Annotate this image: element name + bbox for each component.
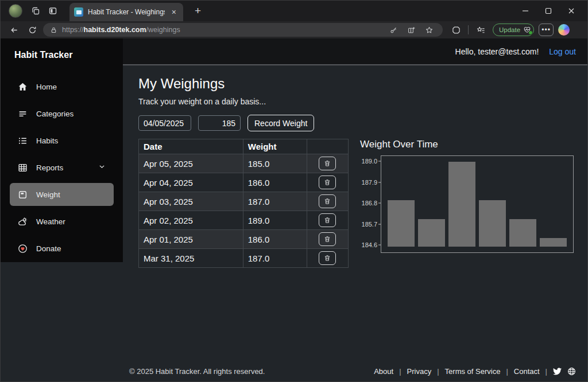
new-tab-button[interactable]: + [191,5,204,17]
maximize-button[interactable] [537,1,560,21]
cell-weight: 187.0 [243,249,307,268]
password-key-icon[interactable] [387,26,400,34]
copilot-icon[interactable] [558,24,570,36]
trash-icon [324,198,331,205]
table-row: Apr 03, 2025 187.0 [139,192,349,211]
cell-date: Apr 01, 2025 [139,230,243,249]
sidebar-item-label: Home [36,83,57,91]
y-tick-label: 186.8 [362,200,378,206]
y-tick-label: 185.7 [362,221,378,228]
cell-weight: 187.0 [243,192,307,211]
date-input[interactable]: 04/05/2025 [138,115,191,131]
delete-weighing-button[interactable] [319,194,336,208]
user-greeting: Hello, tester@test.com! [455,47,539,56]
weight-scale-icon [18,190,28,200]
sidebar-item-weight[interactable]: Weight [10,183,114,206]
table-row: Mar 31, 2025 187.0 [139,249,349,268]
main-content: My Weighings Track your weight on a dail… [123,67,588,268]
delete-weighing-button[interactable] [319,213,336,227]
sidebar-item-donate[interactable]: Donate [10,237,114,260]
page-subtitle: Track your weight on a daily basis... [138,97,575,106]
tab-layout-icon[interactable] [44,3,61,19]
trash-icon [324,179,331,186]
home-icon [18,82,28,92]
header-weight: Weight [243,139,307,154]
settings-more-icon[interactable]: ••• [539,24,554,36]
sidebar: Habit Tracker Home Categories Habits [1,38,123,262]
sidebar-item-habits[interactable]: Habits [10,129,114,152]
y-tick-label: 184.6 [362,241,378,248]
browser-tab[interactable]: Habit Tracker - Weighings × [69,3,183,21]
delete-weighing-button[interactable] [319,232,336,246]
chart-yaxis: 189.0187.9186.8185.7184.6 [360,155,381,253]
footer-separator: | [546,367,547,376]
workspaces-icon[interactable] [27,3,44,19]
header-date: Date [139,139,243,154]
sidebar-item-weather[interactable]: Weather [10,210,114,233]
page-body: Hello, tester@test.com! Log out Habit Tr… [1,38,588,382]
minimize-button[interactable] [514,1,537,21]
chart-bar [418,219,445,247]
page-title: My Weighings [138,76,575,92]
globe-icon[interactable] [567,367,576,376]
weight-input[interactable] [198,115,241,131]
url-text[interactable]: https://habits.d20tek.com/weighings [62,26,382,34]
back-icon[interactable] [6,23,21,37]
delete-weighing-button[interactable] [319,157,336,170]
split-screen-icon[interactable] [405,26,418,34]
cell-weight: 189.0 [243,211,307,230]
toolbar-right-cluster: Update ••• [448,23,570,37]
sidebar-item-reports[interactable]: Reports [10,156,114,179]
cell-date: Apr 04, 2025 [139,173,243,192]
chart-bar [388,200,415,247]
footer-link-contact[interactable]: Contact [514,367,540,376]
weighings-table: Date Weight Apr 05, 2025 185.0 Apr 04, 2 [138,139,349,268]
weight-chart: Weight Over Time 189.0187.9186.8185.7184… [360,139,575,253]
address-bar[interactable]: https://habits.d20tek.com/weighings [43,23,443,37]
header-actions [307,139,348,154]
table-row: Apr 04, 2025 186.0 [139,173,349,192]
categories-icon [18,109,28,119]
sidebar-item-label: Categories [36,110,74,118]
favorite-star-icon[interactable] [423,26,436,34]
sidebar-item-categories[interactable]: Categories [10,102,114,125]
footer-link-about[interactable]: About [374,367,393,376]
lock-icon [50,26,57,34]
refresh-icon[interactable] [25,23,40,37]
cell-date: Apr 02, 2025 [139,211,243,230]
profile-avatar[interactable] [9,4,22,18]
chart-plot [381,155,574,253]
footer-separator: | [399,367,401,376]
record-weight-button[interactable]: Record Weight [247,115,314,131]
close-window-button[interactable] [560,1,583,21]
sidebar-item-label: Reports [36,163,63,172]
favorites-bar-icon[interactable] [473,23,488,37]
chart-bar [448,162,475,247]
sidebar-item-label: Donate [36,244,61,253]
table-row: Apr 02, 2025 189.0 [139,211,349,230]
browser-essentials-icon[interactable] [448,23,463,37]
cell-weight: 186.0 [243,173,307,192]
logout-link[interactable]: Log out [549,47,576,56]
app-brand: Habit Tracker [10,48,114,60]
footer-separator: | [437,367,439,376]
sidebar-item-home[interactable]: Home [10,75,114,98]
cell-date: Apr 03, 2025 [139,192,243,211]
cell-date: Apr 05, 2025 [139,154,243,173]
update-button[interactable]: Update [493,24,534,36]
delete-weighing-button[interactable] [319,251,336,265]
delete-weighing-button[interactable] [319,176,336,189]
tab-favicon-icon [74,7,83,17]
footer-link-terms[interactable]: Terms of Service [445,367,501,376]
cell-weight: 185.0 [243,154,307,173]
footer-link-privacy[interactable]: Privacy [407,367,432,376]
sidebar-item-label: Weight [36,190,60,199]
donate-cup-heart-icon [18,244,28,254]
sidebar-item-label: Habits [36,137,58,145]
chart-title: Weight Over Time [360,139,575,150]
tab-close-icon[interactable]: × [169,7,179,17]
browser-titlebar: Habit Tracker - Weighings × + [1,1,587,21]
twitter-icon[interactable] [553,367,562,376]
heart-pulse-icon [523,26,531,34]
window-controls [514,1,583,21]
